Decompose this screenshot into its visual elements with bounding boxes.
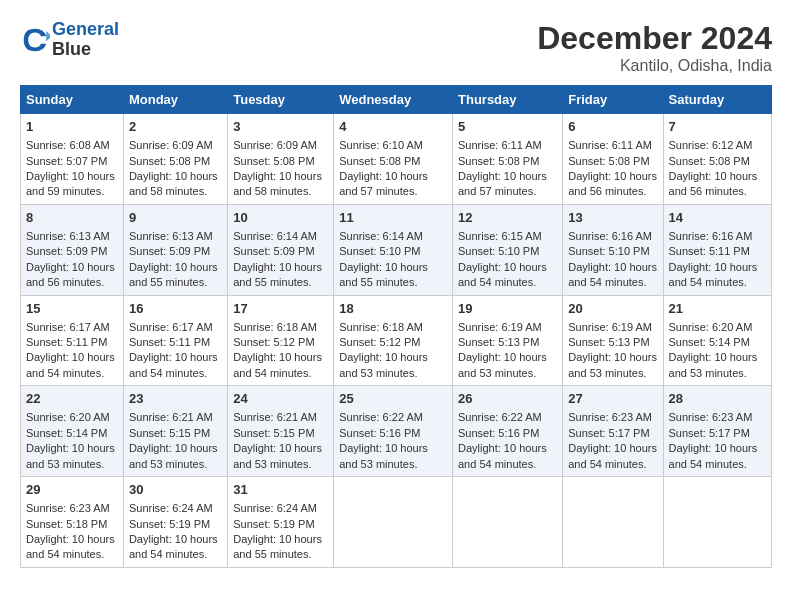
- week-row-2: 8Sunrise: 6:13 AMSunset: 5:09 PMDaylight…: [21, 204, 772, 295]
- sunset-text: Sunset: 5:08 PM: [339, 155, 420, 167]
- sunrise-text: Sunrise: 6:23 AM: [26, 502, 110, 514]
- daylight-text: Daylight: 10 hours and 54 minutes.: [458, 442, 547, 469]
- sunrise-text: Sunrise: 6:17 AM: [26, 321, 110, 333]
- day-number: 30: [129, 481, 222, 499]
- calendar-cell: 19Sunrise: 6:19 AMSunset: 5:13 PMDayligh…: [453, 295, 563, 386]
- sunrise-text: Sunrise: 6:14 AM: [233, 230, 317, 242]
- calendar-cell: 8Sunrise: 6:13 AMSunset: 5:09 PMDaylight…: [21, 204, 124, 295]
- day-number: 15: [26, 300, 118, 318]
- sunrise-text: Sunrise: 6:19 AM: [458, 321, 542, 333]
- calendar-cell: 20Sunrise: 6:19 AMSunset: 5:13 PMDayligh…: [563, 295, 663, 386]
- calendar-cell: 16Sunrise: 6:17 AMSunset: 5:11 PMDayligh…: [123, 295, 227, 386]
- sunset-text: Sunset: 5:18 PM: [26, 518, 107, 530]
- subtitle: Kantilo, Odisha, India: [537, 57, 772, 75]
- calendar-cell: 4Sunrise: 6:10 AMSunset: 5:08 PMDaylight…: [334, 114, 453, 205]
- sunset-text: Sunset: 5:14 PM: [669, 336, 750, 348]
- daylight-text: Daylight: 10 hours and 53 minutes.: [669, 351, 758, 378]
- sunset-text: Sunset: 5:08 PM: [669, 155, 750, 167]
- calendar-cell: 18Sunrise: 6:18 AMSunset: 5:12 PMDayligh…: [334, 295, 453, 386]
- sunset-text: Sunset: 5:08 PM: [233, 155, 314, 167]
- calendar-cell: [334, 477, 453, 568]
- day-number: 14: [669, 209, 766, 227]
- sunrise-text: Sunrise: 6:14 AM: [339, 230, 423, 242]
- day-header-wednesday: Wednesday: [334, 86, 453, 114]
- daylight-text: Daylight: 10 hours and 54 minutes.: [568, 442, 657, 469]
- calendar-cell: 7Sunrise: 6:12 AMSunset: 5:08 PMDaylight…: [663, 114, 771, 205]
- daylight-text: Daylight: 10 hours and 57 minutes.: [339, 170, 428, 197]
- day-number: 9: [129, 209, 222, 227]
- daylight-text: Daylight: 10 hours and 57 minutes.: [458, 170, 547, 197]
- daylight-text: Daylight: 10 hours and 59 minutes.: [26, 170, 115, 197]
- calendar-cell: 9Sunrise: 6:13 AMSunset: 5:09 PMDaylight…: [123, 204, 227, 295]
- day-header-friday: Friday: [563, 86, 663, 114]
- day-number: 10: [233, 209, 328, 227]
- sunset-text: Sunset: 5:17 PM: [669, 427, 750, 439]
- sunrise-text: Sunrise: 6:21 AM: [233, 411, 317, 423]
- sunrise-text: Sunrise: 6:23 AM: [568, 411, 652, 423]
- day-number: 13: [568, 209, 657, 227]
- day-number: 8: [26, 209, 118, 227]
- sunset-text: Sunset: 5:07 PM: [26, 155, 107, 167]
- day-number: 1: [26, 118, 118, 136]
- day-number: 4: [339, 118, 447, 136]
- sunrise-text: Sunrise: 6:15 AM: [458, 230, 542, 242]
- sunrise-text: Sunrise: 6:11 AM: [568, 139, 652, 151]
- day-number: 27: [568, 390, 657, 408]
- daylight-text: Daylight: 10 hours and 53 minutes.: [568, 351, 657, 378]
- calendar-cell: 5Sunrise: 6:11 AMSunset: 5:08 PMDaylight…: [453, 114, 563, 205]
- sunrise-text: Sunrise: 6:12 AM: [669, 139, 753, 151]
- day-header-monday: Monday: [123, 86, 227, 114]
- daylight-text: Daylight: 10 hours and 53 minutes.: [26, 442, 115, 469]
- sunset-text: Sunset: 5:11 PM: [669, 245, 750, 257]
- sunrise-text: Sunrise: 6:13 AM: [129, 230, 213, 242]
- day-number: 5: [458, 118, 557, 136]
- calendar-cell: 25Sunrise: 6:22 AMSunset: 5:16 PMDayligh…: [334, 386, 453, 477]
- calendar-cell: 29Sunrise: 6:23 AMSunset: 5:18 PMDayligh…: [21, 477, 124, 568]
- week-row-5: 29Sunrise: 6:23 AMSunset: 5:18 PMDayligh…: [21, 477, 772, 568]
- calendar-cell: 12Sunrise: 6:15 AMSunset: 5:10 PMDayligh…: [453, 204, 563, 295]
- day-number: 26: [458, 390, 557, 408]
- sunset-text: Sunset: 5:09 PM: [26, 245, 107, 257]
- calendar-cell: [663, 477, 771, 568]
- sunset-text: Sunset: 5:13 PM: [568, 336, 649, 348]
- daylight-text: Daylight: 10 hours and 54 minutes.: [26, 533, 115, 560]
- day-number: 6: [568, 118, 657, 136]
- day-header-sunday: Sunday: [21, 86, 124, 114]
- sunrise-text: Sunrise: 6:21 AM: [129, 411, 213, 423]
- day-number: 29: [26, 481, 118, 499]
- calendar-cell: 21Sunrise: 6:20 AMSunset: 5:14 PMDayligh…: [663, 295, 771, 386]
- daylight-text: Daylight: 10 hours and 56 minutes.: [26, 261, 115, 288]
- week-row-1: 1Sunrise: 6:08 AMSunset: 5:07 PMDaylight…: [21, 114, 772, 205]
- daylight-text: Daylight: 10 hours and 54 minutes.: [458, 261, 547, 288]
- calendar-cell: 28Sunrise: 6:23 AMSunset: 5:17 PMDayligh…: [663, 386, 771, 477]
- day-number: 18: [339, 300, 447, 318]
- daylight-text: Daylight: 10 hours and 56 minutes.: [568, 170, 657, 197]
- calendar-cell: [453, 477, 563, 568]
- day-number: 7: [669, 118, 766, 136]
- daylight-text: Daylight: 10 hours and 58 minutes.: [233, 170, 322, 197]
- sunrise-text: Sunrise: 6:22 AM: [458, 411, 542, 423]
- calendar-cell: 2Sunrise: 6:09 AMSunset: 5:08 PMDaylight…: [123, 114, 227, 205]
- sunrise-text: Sunrise: 6:18 AM: [233, 321, 317, 333]
- sunset-text: Sunset: 5:14 PM: [26, 427, 107, 439]
- day-header-tuesday: Tuesday: [228, 86, 334, 114]
- calendar-cell: 15Sunrise: 6:17 AMSunset: 5:11 PMDayligh…: [21, 295, 124, 386]
- title-area: December 2024 Kantilo, Odisha, India: [537, 20, 772, 75]
- day-number: 21: [669, 300, 766, 318]
- calendar-cell: 26Sunrise: 6:22 AMSunset: 5:16 PMDayligh…: [453, 386, 563, 477]
- sunset-text: Sunset: 5:12 PM: [339, 336, 420, 348]
- daylight-text: Daylight: 10 hours and 54 minutes.: [129, 533, 218, 560]
- sunrise-text: Sunrise: 6:08 AM: [26, 139, 110, 151]
- day-number: 24: [233, 390, 328, 408]
- sunset-text: Sunset: 5:17 PM: [568, 427, 649, 439]
- sunrise-text: Sunrise: 6:16 AM: [669, 230, 753, 242]
- calendar-cell: 6Sunrise: 6:11 AMSunset: 5:08 PMDaylight…: [563, 114, 663, 205]
- calendar-cell: 22Sunrise: 6:20 AMSunset: 5:14 PMDayligh…: [21, 386, 124, 477]
- sunset-text: Sunset: 5:10 PM: [339, 245, 420, 257]
- day-header-thursday: Thursday: [453, 86, 563, 114]
- sunrise-text: Sunrise: 6:20 AM: [26, 411, 110, 423]
- sunset-text: Sunset: 5:15 PM: [129, 427, 210, 439]
- sunset-text: Sunset: 5:16 PM: [339, 427, 420, 439]
- sunrise-text: Sunrise: 6:22 AM: [339, 411, 423, 423]
- sunset-text: Sunset: 5:10 PM: [458, 245, 539, 257]
